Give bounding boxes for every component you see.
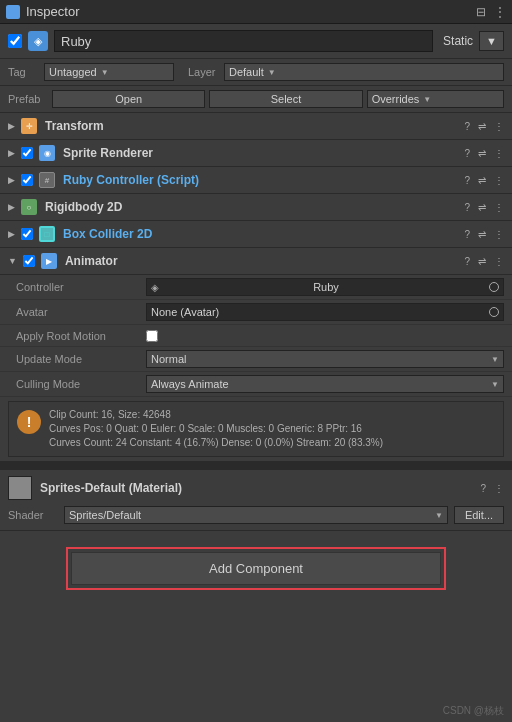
updatemode-value: Normal [151, 353, 491, 365]
layer-value: Default [229, 66, 264, 78]
updatemode-arrow-icon: ▼ [491, 355, 499, 364]
animator-icon: ▶ [41, 253, 57, 269]
prefab-select-btn[interactable]: Select [209, 90, 362, 108]
animator-settings-icon[interactable]: ⇌ [478, 256, 486, 267]
spriterenderer-icon: ◉ [39, 145, 55, 161]
topbar-menu-icon[interactable]: ⋮ [494, 5, 506, 19]
shader-dropdown[interactable]: Sprites/Default ▼ [64, 506, 448, 524]
cullingmode-label: Culling Mode [16, 378, 146, 390]
add-component-button[interactable]: Add Component [71, 552, 441, 585]
gameobject-icon: ◈ [28, 31, 48, 51]
tag-arrow-icon: ▼ [101, 68, 109, 77]
component-transform-header[interactable]: ▶ ✛ Transform ? ⇌ ⋮ [0, 113, 512, 140]
boxcollider2d-name: Box Collider 2D [63, 227, 460, 241]
animator-controller-row: Controller ◈ Ruby [0, 275, 512, 300]
tag-value: Untagged [49, 66, 97, 78]
controller-value-field[interactable]: ◈ Ruby [146, 278, 504, 296]
inspector-icon [6, 5, 20, 19]
boxcollider2d-help-icon[interactable]: ? [464, 229, 470, 240]
component-rubycontroller-header[interactable]: ▶ # Ruby Controller (Script) ? ⇌ ⋮ [0, 167, 512, 194]
watermark: CSDN @杨枝 [443, 704, 504, 718]
material-header: Sprites-Default (Material) ? ⋮ [8, 476, 504, 500]
material-section: Sprites-Default (Material) ? ⋮ Shader Sp… [0, 468, 512, 531]
prefab-label: Prefab [8, 93, 48, 105]
transform-settings-icon[interactable]: ⇌ [478, 121, 486, 132]
animator-name: Animator [65, 254, 461, 268]
prefab-overrides-dropdown[interactable]: Overrides ▼ [367, 90, 504, 108]
layer-dropdown[interactable]: Default ▼ [224, 63, 504, 81]
boxcollider2d-actions: ? ⇌ ⋮ [464, 229, 504, 240]
animator-menu-icon[interactable]: ⋮ [494, 256, 504, 267]
boxcollider2d-active-checkbox[interactable] [21, 228, 33, 240]
static-label: Static [443, 34, 473, 48]
inspector-title: Inspector [26, 4, 476, 19]
animator-info-box: ! Clip Count: 16, Size: 42648 Curves Pos… [8, 401, 504, 457]
material-menu-icon[interactable]: ⋮ [494, 483, 504, 494]
lock-icon[interactable]: ⊟ [476, 5, 486, 19]
boxcollider2d-menu-icon[interactable]: ⋮ [494, 229, 504, 240]
controller-value: Ruby [313, 281, 339, 293]
info-warning-icon: ! [17, 410, 41, 434]
spriterenderer-settings-icon[interactable]: ⇌ [478, 148, 486, 159]
applyroot-checkbox[interactable] [146, 330, 158, 342]
animator-cullingmode-row: Culling Mode Always Animate ▼ [0, 372, 512, 397]
animator-help-icon[interactable]: ? [464, 256, 470, 267]
transform-help-icon[interactable]: ? [464, 121, 470, 132]
overrides-label: Overrides [372, 93, 420, 105]
component-animator-header[interactable]: ▼ ▶ Animator ? ⇌ ⋮ [0, 248, 512, 275]
animator-info-text: Clip Count: 16, Size: 42648 Curves Pos: … [49, 408, 383, 450]
rubycontroller-settings-icon[interactable]: ⇌ [478, 175, 486, 186]
spriterenderer-name: Sprite Renderer [63, 146, 460, 160]
rigidbody2d-settings-icon[interactable]: ⇌ [478, 202, 486, 213]
rubycontroller-name: Ruby Controller (Script) [63, 173, 460, 187]
spriterenderer-actions: ? ⇌ ⋮ [464, 148, 504, 159]
material-help-icon[interactable]: ? [480, 483, 486, 494]
animator-actions: ? ⇌ ⋮ [464, 256, 504, 267]
shader-edit-btn[interactable]: Edit... [454, 506, 504, 524]
rigidbody2d-menu-icon[interactable]: ⋮ [494, 202, 504, 213]
gameobject-active-checkbox[interactable] [8, 34, 22, 48]
transform-menu-icon[interactable]: ⋮ [494, 121, 504, 132]
rubycontroller-menu-icon[interactable]: ⋮ [494, 175, 504, 186]
tag-label: Tag [8, 66, 38, 78]
gameobject-icon-symbol: ◈ [34, 35, 42, 48]
prefab-open-btn[interactable]: Open [52, 90, 205, 108]
updatemode-dropdown[interactable]: Normal ▼ [146, 350, 504, 368]
material-name: Sprites-Default (Material) [40, 481, 472, 495]
rubycontroller-active-checkbox[interactable] [21, 174, 33, 186]
avatar-value-field[interactable]: None (Avatar) [146, 303, 504, 321]
tag-dropdown[interactable]: Untagged ▼ [44, 63, 174, 81]
rubycontroller-actions: ? ⇌ ⋮ [464, 175, 504, 186]
add-component-wrapper: Add Component [0, 531, 512, 606]
avatar-value: None (Avatar) [151, 306, 219, 318]
static-dropdown-btn[interactable]: ▼ [479, 31, 504, 51]
spriterenderer-help-icon[interactable]: ? [464, 148, 470, 159]
controller-obj-icon: ◈ [151, 282, 159, 293]
avatar-circle-btn[interactable] [489, 307, 499, 317]
animator-body: Controller ◈ Ruby Avatar None (Avatar) A… [0, 275, 512, 462]
boxcollider2d-settings-icon[interactable]: ⇌ [478, 229, 486, 240]
component-boxcollider2d-header[interactable]: ▶ □ Box Collider 2D ? ⇌ ⋮ [0, 221, 512, 248]
boxcollider2d-toggle-icon: ▶ [8, 229, 15, 239]
gameobject-name-input[interactable] [54, 30, 433, 52]
component-spriterenderer-header[interactable]: ▶ ◉ Sprite Renderer ? ⇌ ⋮ [0, 140, 512, 167]
cullingmode-dropdown[interactable]: Always Animate ▼ [146, 375, 504, 393]
spriterenderer-menu-icon[interactable]: ⋮ [494, 148, 504, 159]
rubycontroller-help-icon[interactable]: ? [464, 175, 470, 186]
tag-layer-row: Tag Untagged ▼ Layer Default ▼ [0, 59, 512, 86]
rigidbody2d-name: Rigidbody 2D [45, 200, 460, 214]
spriterenderer-active-checkbox[interactable] [21, 147, 33, 159]
rigidbody2d-toggle-icon: ▶ [8, 202, 15, 212]
avatar-label: Avatar [16, 306, 146, 318]
rigidbody2d-actions: ? ⇌ ⋮ [464, 202, 504, 213]
animator-active-checkbox[interactable] [23, 255, 35, 267]
animator-applyroot-row: Apply Root Motion [0, 325, 512, 347]
transform-icon: ✛ [21, 118, 37, 134]
controller-circle-btn[interactable] [489, 282, 499, 292]
component-rigidbody2d-header[interactable]: ▶ ○ Rigidbody 2D ? ⇌ ⋮ [0, 194, 512, 221]
shader-row: Shader Sprites/Default ▼ Edit... [8, 506, 504, 524]
controller-label: Controller [16, 281, 146, 293]
rigidbody2d-help-icon[interactable]: ? [464, 202, 470, 213]
spriterenderer-toggle-icon: ▶ [8, 148, 15, 158]
shader-value: Sprites/Default [69, 509, 435, 521]
